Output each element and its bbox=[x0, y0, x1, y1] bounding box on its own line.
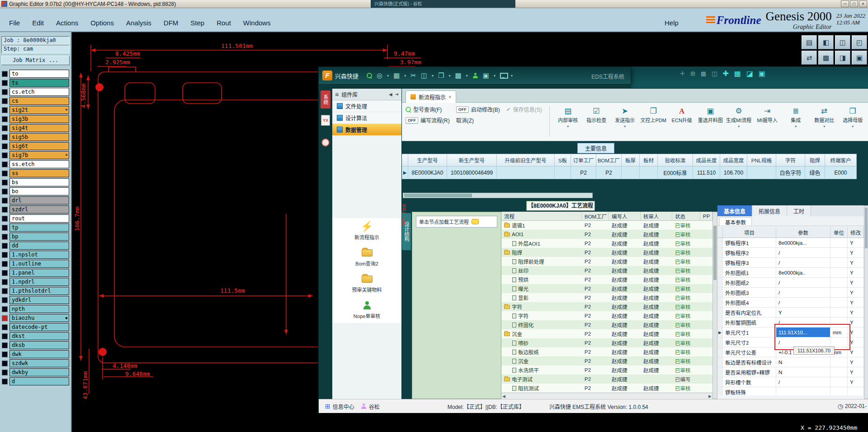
param-row-2[interactable]: 锣板程序3/Y bbox=[717, 258, 864, 268]
layer-row-dwkby[interactable]: dwkby bbox=[0, 368, 71, 377]
params-column-header[interactable]: 单位 bbox=[830, 227, 848, 237]
info-table-row[interactable]: ▶8E0000KJA010010800046499P2P2E000标准111.5… bbox=[402, 166, 868, 179]
column-header[interactable]: 终端客户 bbox=[825, 154, 857, 166]
dropdown-arrow-icon[interactable]: ▾ bbox=[466, 74, 468, 78]
ribbon-button-5[interactable]: ▣重选开料图 bbox=[697, 105, 724, 128]
tree-row-9[interactable]: 字符P2赵成捷赵成捷已审核 bbox=[501, 302, 712, 311]
menu-rout[interactable]: Rout bbox=[217, 19, 231, 27]
tree-row-10[interactable]: 字符P2赵成捷赵成捷已审核 bbox=[501, 311, 712, 320]
params-column-header[interactable]: 参数 bbox=[776, 227, 830, 237]
param-row-11[interactable]: 单元尺寸公差+/-0.1mmY bbox=[717, 347, 864, 357]
param-value[interactable]: 8e0000kja... bbox=[776, 238, 830, 247]
layer-row-1.outline[interactable]: 1.outline bbox=[0, 259, 71, 268]
layer-checkbox[interactable] bbox=[2, 252, 8, 258]
table-cell[interactable] bbox=[555, 166, 571, 179]
dropdown-arrow-icon[interactable]: ▾ bbox=[449, 74, 451, 78]
layer-checkbox[interactable] bbox=[2, 98, 8, 104]
row-selector[interactable] bbox=[717, 288, 723, 297]
layer-row-1.npdrl[interactable]: 1.npdrl bbox=[0, 277, 71, 286]
user-icon[interactable] bbox=[472, 73, 478, 79]
split-icon[interactable]: ◫ bbox=[421, 71, 427, 80]
menu-analysis[interactable]: Analysis bbox=[126, 19, 151, 27]
tree-row-7[interactable]: 曝光P2赵成捷赵成捷已审核 bbox=[501, 284, 712, 293]
param-row-6[interactable]: 外形图纸4/Y bbox=[717, 298, 864, 308]
tree-node[interactable]: 退锡1 bbox=[501, 222, 582, 229]
tree-node[interactable]: 阻焊前处理 bbox=[501, 258, 582, 265]
menu-actions[interactable]: Actions bbox=[56, 19, 78, 27]
tree-node[interactable]: 沉金 bbox=[501, 357, 582, 365]
layer-checkbox[interactable] bbox=[2, 125, 8, 131]
layer-row-tp[interactable]: tp bbox=[0, 223, 71, 232]
column-header[interactable]: 成品长度 bbox=[693, 154, 720, 166]
layer-row-d[interactable]: d bbox=[0, 377, 71, 386]
layer-row-sig6t[interactable]: sig6t bbox=[0, 142, 71, 151]
layer-row-dkst[interactable]: dkst bbox=[0, 332, 71, 341]
layer-checkbox[interactable] bbox=[2, 297, 8, 303]
table-cell[interactable]: 8E0000KJA0 bbox=[408, 166, 447, 179]
column-header[interactable]: 板厚 bbox=[622, 154, 640, 166]
dropdown-arrow-icon[interactable]: ▾ bbox=[404, 74, 406, 78]
tree-column-header[interactable]: 核审人 bbox=[641, 212, 672, 220]
layer-checkbox[interactable] bbox=[2, 134, 8, 140]
layer-checkbox[interactable] bbox=[2, 216, 8, 222]
menu-dfm[interactable]: DFM bbox=[164, 19, 179, 27]
layer-row-bs[interactable]: bs bbox=[0, 178, 71, 187]
row-selector[interactable] bbox=[717, 318, 723, 327]
table-cell[interactable]: 111.510 bbox=[693, 166, 720, 179]
layer-row-ss[interactable]: ss bbox=[0, 169, 71, 178]
layer-checkbox[interactable] bbox=[2, 189, 8, 195]
monitor-button[interactable]: ◧ bbox=[818, 35, 834, 49]
layer-checkbox[interactable] bbox=[2, 207, 8, 213]
dropdown-arrow-icon[interactable]: ▾ bbox=[387, 74, 389, 78]
search-icon[interactable] bbox=[367, 73, 372, 78]
menu-edit[interactable]: Edit bbox=[32, 19, 44, 27]
table-cell[interactable]: 10010800046499 bbox=[447, 166, 497, 179]
system-tab[interactable]: 系统 bbox=[321, 90, 330, 109]
tree-row-3[interactable]: 阻焊P2赵成捷赵成捷已审核 bbox=[501, 248, 712, 257]
layer-row-1.panel[interactable]: 1.panel bbox=[0, 268, 71, 277]
param-value[interactable]: / bbox=[776, 298, 830, 307]
layer-checkbox[interactable] bbox=[2, 261, 8, 267]
param-row-14[interactable]: 异形槽个数/Y bbox=[717, 377, 864, 387]
row-selector[interactable] bbox=[717, 357, 723, 367]
sidebar-item-1[interactable]: 设计算法 bbox=[332, 112, 401, 124]
tab-new-flow-instruction[interactable]: 新流程指示 × bbox=[406, 90, 456, 103]
detail-vscrollbar[interactable] bbox=[864, 205, 868, 399]
column-header[interactable]: BOM工厂 bbox=[596, 154, 622, 166]
layer-row-to[interactable]: to bbox=[0, 69, 71, 78]
layer-checkbox[interactable] bbox=[2, 333, 8, 339]
model-query-button[interactable]: 型号查询(F) bbox=[406, 105, 450, 113]
tab-0[interactable]: 基本信息 bbox=[717, 205, 752, 216]
close-button[interactable]: × bbox=[859, 0, 867, 7]
layer-checkbox[interactable] bbox=[2, 107, 8, 113]
tree-column-header[interactable]: BOM工厂 bbox=[582, 212, 609, 220]
layer-row-datecode-pt[interactable]: datecode-pt bbox=[0, 323, 71, 332]
column-header[interactable]: 板材 bbox=[640, 154, 658, 166]
row-selector[interactable] bbox=[717, 367, 723, 377]
info-center-item[interactable]: ⊞ 信息中心 bbox=[325, 403, 354, 410]
tree-node[interactable]: 预烘 bbox=[501, 276, 582, 283]
tree-column-header[interactable]: 状态 bbox=[672, 212, 700, 220]
row-selector[interactable] bbox=[717, 238, 723, 247]
param-row-9[interactable]: ▶单元尺寸1111.51X10...mmY bbox=[717, 328, 864, 337]
ribbon-button-0[interactable]: ▤内部审核▾ bbox=[554, 105, 582, 128]
layer-row-sig5b[interactable]: sig5b bbox=[0, 133, 71, 142]
param-value[interactable]: / bbox=[776, 318, 830, 327]
dropdown-arrow-icon[interactable]: ▾ bbox=[494, 74, 495, 78]
tree-node[interactable]: 喷砂 bbox=[501, 339, 582, 347]
ribbon-button-2[interactable]: ➤发送指示▾ bbox=[611, 105, 639, 128]
sidebar-tool-3[interactable]: Nope单审核 bbox=[332, 297, 401, 323]
row-selector[interactable] bbox=[717, 258, 723, 267]
layer-checkbox[interactable] bbox=[2, 370, 8, 375]
toggle-off-badge[interactable]: OFF bbox=[406, 117, 418, 123]
table-cell[interactable] bbox=[622, 166, 640, 179]
column-header[interactable]: 升级前旧生产型号 bbox=[497, 154, 555, 166]
param-value[interactable]: / bbox=[776, 337, 830, 347]
dropdown-arrow-icon[interactable]: ▾ bbox=[511, 74, 513, 78]
param-row-3[interactable]: 外形图纸18e0000kja..Y bbox=[717, 268, 864, 278]
row-selector[interactable] bbox=[717, 248, 723, 257]
layer-checkbox[interactable] bbox=[2, 198, 8, 204]
param-row-12[interactable]: 板边是否有标槽设计NY bbox=[717, 357, 864, 367]
ribbon-button-7[interactable]: ⇥MI据导入 bbox=[754, 105, 781, 128]
param-value[interactable]: / bbox=[776, 258, 830, 267]
